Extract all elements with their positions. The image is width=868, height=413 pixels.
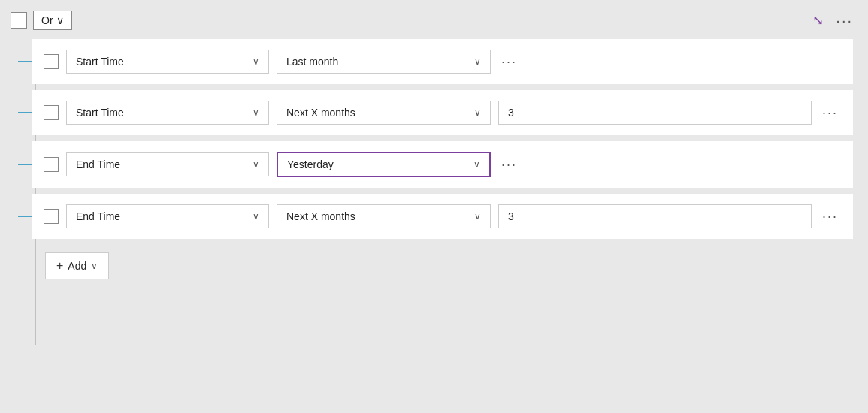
rows-wrapper: Start Time ∨ Last month ∨ ··· Start Time… <box>32 39 853 279</box>
row-3-field-dropdown[interactable]: End Time ∨ <box>66 152 269 176</box>
row-1-field-chevron-icon: ∨ <box>253 56 259 67</box>
row-1-dots-icon[interactable]: ··· <box>498 54 520 70</box>
row-2-condition-label: Next X months <box>286 107 355 119</box>
row-3-condition-label: Yesterday <box>287 158 334 170</box>
row-3-field-chevron-icon: ∨ <box>253 159 259 170</box>
filter-row: Start Time ∨ Last month ∨ ··· <box>32 39 853 84</box>
row-2-value-input[interactable] <box>498 101 812 125</box>
top-right: ⤡ ··· <box>812 12 853 29</box>
filter-row: End Time ∨ Yesterday ∨ ··· <box>32 141 853 188</box>
row-4-condition-dropdown[interactable]: Next X months ∨ <box>277 204 491 228</box>
row-1-checkbox[interactable] <box>44 54 59 69</box>
compress-icon[interactable]: ⤡ <box>812 12 824 29</box>
or-chevron-icon: ∨ <box>56 14 64 26</box>
row-1-field-label: Start Time <box>76 56 124 68</box>
add-label: Add <box>68 260 86 272</box>
row-2-condition-chevron-icon: ∨ <box>474 107 481 118</box>
row-connector <box>18 164 32 165</box>
row-3-condition-dropdown[interactable]: Yesterday ∨ <box>277 152 491 177</box>
row-1-condition-label: Last month <box>286 56 338 68</box>
row-connector <box>18 216 32 217</box>
row-3-dots-icon[interactable]: ··· <box>498 157 520 173</box>
row-2-field-dropdown[interactable]: Start Time ∨ <box>66 101 269 125</box>
row-4-value-input[interactable] <box>498 204 812 228</box>
row-2-field-label: Start Time <box>76 107 124 119</box>
row-connector <box>18 112 32 113</box>
add-plus-icon: + <box>56 259 63 273</box>
row-2-dots-icon[interactable]: ··· <box>819 105 841 121</box>
content-area: Start Time ∨ Last month ∨ ··· Start Time… <box>32 39 853 279</box>
add-button[interactable]: + Add ∨ <box>45 252 109 279</box>
top-checkbox[interactable] <box>11 12 27 29</box>
row-3-checkbox[interactable] <box>44 157 59 172</box>
or-button[interactable]: Or ∨ <box>33 11 72 30</box>
filter-row: End Time ∨ Next X months ∨ ··· <box>32 194 853 239</box>
row-1-condition-dropdown[interactable]: Last month ∨ <box>277 50 491 74</box>
top-left: Or ∨ <box>11 11 72 30</box>
row-1-field-dropdown[interactable]: Start Time ∨ <box>66 50 269 74</box>
top-dots-icon[interactable]: ··· <box>836 12 853 29</box>
row-3-field-label: End Time <box>76 158 120 170</box>
row-4-condition-label: Next X months <box>286 210 355 222</box>
row-2-field-chevron-icon: ∨ <box>253 107 259 118</box>
top-bar: Or ∨ ⤡ ··· <box>11 11 853 30</box>
add-chevron-icon: ∨ <box>91 261 98 271</box>
row-3-condition-chevron-icon: ∨ <box>473 159 480 170</box>
row-4-field-chevron-icon: ∨ <box>253 211 259 222</box>
row-2-condition-dropdown[interactable]: Next X months ∨ <box>277 101 491 125</box>
row-4-condition-chevron-icon: ∨ <box>474 211 481 222</box>
row-2-checkbox[interactable] <box>44 105 59 120</box>
filter-row: Start Time ∨ Next X months ∨ ··· <box>32 90 853 135</box>
or-label: Or <box>41 14 53 26</box>
row-4-field-label: End Time <box>76 210 120 222</box>
row-4-field-dropdown[interactable]: End Time ∨ <box>66 204 269 228</box>
row-connector <box>18 61 32 62</box>
add-section: + Add ∨ <box>45 252 853 279</box>
page-container: Or ∨ ⤡ ··· Start Time ∨ Last month <box>0 0 868 413</box>
row-4-checkbox[interactable] <box>44 209 59 224</box>
row-1-condition-chevron-icon: ∨ <box>474 56 481 67</box>
row-4-dots-icon[interactable]: ··· <box>819 209 841 225</box>
